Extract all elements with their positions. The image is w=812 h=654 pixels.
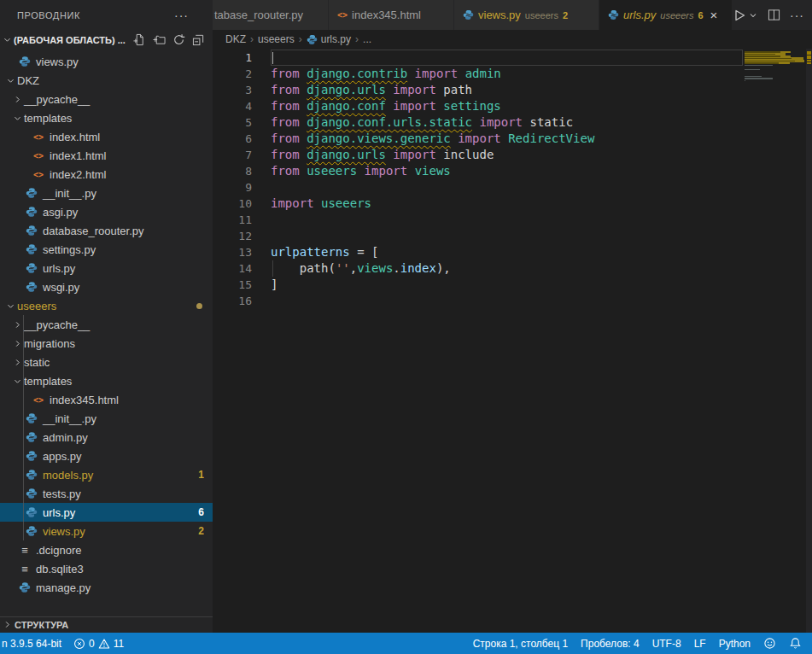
python-interpreter-item[interactable]: n 3.9.5 64-bit bbox=[2, 638, 61, 650]
python-icon bbox=[24, 187, 39, 199]
language-mode-item[interactable]: Python bbox=[719, 638, 751, 650]
file-item-views-py[interactable]: views.py2 bbox=[0, 522, 213, 540]
overview-ruler[interactable] bbox=[806, 49, 812, 633]
explorer-more-actions-icon[interactable]: ··· bbox=[174, 9, 189, 22]
code-token bbox=[300, 148, 307, 161]
minimap[interactable] bbox=[745, 49, 806, 168]
folder-item-migrations[interactable]: migrations bbox=[0, 334, 213, 353]
breadcrumb-label: useeers bbox=[258, 33, 295, 45]
new-folder-icon[interactable] bbox=[152, 33, 166, 47]
editor-actions: ··· bbox=[733, 0, 812, 30]
code-line-12[interactable]: 12 bbox=[213, 228, 812, 244]
problems-item[interactable]: 0 11 bbox=[73, 638, 124, 650]
folder-item-templates[interactable]: templates bbox=[0, 371, 213, 390]
code-line-14[interactable]: 14 path('',views.index), bbox=[213, 260, 812, 277]
file-item-urls-py[interactable]: urls.py6 bbox=[0, 503, 213, 522]
new-file-icon[interactable] bbox=[132, 33, 146, 47]
line-content: from django.views.generic import Redirec… bbox=[271, 131, 594, 147]
error-icon bbox=[73, 638, 85, 650]
indentation-item[interactable]: Пробелов: 4 bbox=[581, 638, 640, 650]
file-item-asgi-py[interactable]: asgi.py bbox=[0, 202, 213, 221]
code-token: import bbox=[393, 148, 436, 161]
item-label: templates bbox=[24, 375, 72, 388]
code-token bbox=[314, 196, 321, 210]
refresh-icon[interactable] bbox=[172, 33, 185, 47]
file-item-dcignore[interactable]: ≡.dcignore bbox=[0, 540, 213, 559]
folder-item-dkz[interactable]: DKZ bbox=[0, 71, 213, 90]
code-line-10[interactable]: 10import useeers bbox=[213, 196, 812, 212]
chevron-down-icon[interactable] bbox=[748, 10, 758, 20]
code-token: from bbox=[271, 99, 300, 113]
breadcrumb-item-dkz[interactable]: DKZ bbox=[225, 33, 246, 45]
outline-section-header[interactable]: СТРУКТУРА bbox=[0, 616, 213, 633]
python-icon bbox=[24, 225, 39, 236]
close-icon[interactable]: × bbox=[710, 9, 718, 21]
file-item-urls-py[interactable]: urls.py bbox=[0, 259, 213, 277]
line-content bbox=[271, 50, 743, 66]
code-line-7[interactable]: 7from django.urls import include bbox=[213, 147, 812, 163]
code-editor[interactable]: 12from django.contrib import admin3from … bbox=[213, 49, 812, 633]
file-item-admin-py[interactable]: admin.py bbox=[0, 428, 213, 447]
folder-item-static[interactable]: static bbox=[0, 353, 213, 371]
folder-item-pycache[interactable]: __pycache__ bbox=[0, 315, 213, 334]
folder-item-useeers[interactable]: useeers bbox=[0, 296, 213, 315]
run-button[interactable] bbox=[733, 9, 758, 22]
item-label: settings.py bbox=[43, 243, 96, 256]
more-actions-icon[interactable]: ··· bbox=[790, 9, 804, 22]
item-label: __init__.py bbox=[43, 187, 96, 200]
collapse-all-icon[interactable] bbox=[191, 33, 205, 47]
file-item-apps-py[interactable]: apps.py bbox=[0, 447, 213, 465]
workspace-section-header[interactable]: (РАБОЧАЯ ОБЛАСТЬ) ... bbox=[0, 30, 213, 50]
file-item-db-sqlite3[interactable]: ≡db.sqlite3 bbox=[0, 559, 213, 578]
code-line-11[interactable]: 11 bbox=[213, 212, 812, 228]
line-number: 11 bbox=[213, 212, 252, 228]
file-item-tests-py[interactable]: tests.py bbox=[0, 484, 213, 503]
notifications-bell-icon[interactable] bbox=[789, 637, 802, 650]
code-line-16[interactable]: 16 bbox=[213, 293, 812, 309]
tab-urls-py[interactable]: urls.pyuseeers6× bbox=[599, 0, 733, 30]
code-line-5[interactable]: 5from django.conf.urls.static import sta… bbox=[213, 114, 812, 131]
tab-index345-html[interactable]: <>index345.html bbox=[329, 0, 454, 30]
code-token bbox=[501, 131, 508, 145]
item-label: __pycache__ bbox=[24, 93, 90, 106]
breadcrumb-item-[interactable]: ... bbox=[363, 33, 371, 45]
item-label: database_roouter.py bbox=[43, 225, 144, 237]
folder-item-pycache[interactable]: __pycache__ bbox=[0, 90, 213, 108]
file-item-index2-html[interactable]: <>index2.html bbox=[0, 165, 213, 184]
tab-tabase-roouter-py[interactable]: tabase_roouter.py bbox=[213, 0, 329, 30]
code-line-13[interactable]: 13urlpatterns = [ bbox=[213, 244, 812, 260]
file-item-index1-html[interactable]: <>index1.html bbox=[0, 146, 213, 165]
file-item-init-py[interactable]: __init__.py bbox=[0, 409, 213, 428]
code-token: RedirectView bbox=[508, 131, 594, 145]
file-item-wsgi-py[interactable]: wsgi.py bbox=[0, 277, 213, 296]
tab-problems-badge: 6 bbox=[698, 10, 703, 20]
file-item-index345-html[interactable]: <>index345.html bbox=[0, 390, 213, 409]
feedback-icon[interactable] bbox=[763, 637, 776, 650]
encoding-item[interactable]: UTF-8 bbox=[652, 638, 681, 650]
code-line-6[interactable]: 6from django.views.generic import Redire… bbox=[213, 131, 812, 147]
code-line-15[interactable]: 15] bbox=[213, 277, 812, 293]
cursor-position-item[interactable]: Строка 1, столбец 1 bbox=[473, 638, 568, 650]
breadcrumb-item-useeers[interactable]: useeers bbox=[258, 33, 295, 45]
file-item-models-py[interactable]: models.py1 bbox=[0, 465, 213, 484]
file-item-index-html[interactable]: <>index.html bbox=[0, 127, 213, 146]
file-item-settings-py[interactable]: settings.py bbox=[0, 240, 213, 259]
folder-item-templates[interactable]: templates bbox=[0, 108, 213, 127]
file-item-database-roouter-py[interactable]: database_roouter.py bbox=[0, 221, 213, 240]
code-line-8[interactable]: 8from useeers import views bbox=[213, 163, 812, 179]
tab-views-py[interactable]: views.pyuseeers2 bbox=[454, 0, 599, 30]
file-item-manage-py[interactable]: manage.py bbox=[0, 578, 213, 597]
code-line-1[interactable]: 1 bbox=[213, 50, 812, 66]
file-item-init-py[interactable]: __init__.py bbox=[0, 184, 213, 202]
code-line-4[interactable]: 4from django.conf import settings bbox=[213, 98, 812, 114]
split-editor-icon[interactable] bbox=[768, 9, 780, 21]
code-line-3[interactable]: 3from django.urls import path bbox=[213, 82, 812, 98]
line-content: from django.conf.urls.static import stat… bbox=[271, 114, 573, 131]
code-line-9[interactable]: 9 bbox=[213, 179, 812, 196]
file-item-views-py[interactable]: views.py bbox=[0, 52, 213, 71]
code-token bbox=[458, 67, 464, 80]
breadcrumb-item-urls-py[interactable]: urls.py bbox=[307, 33, 351, 45]
code-line-2[interactable]: 2from django.contrib import admin bbox=[213, 66, 812, 82]
line-content: from django.urls import include bbox=[271, 147, 494, 163]
eol-item[interactable]: LF bbox=[694, 638, 706, 650]
